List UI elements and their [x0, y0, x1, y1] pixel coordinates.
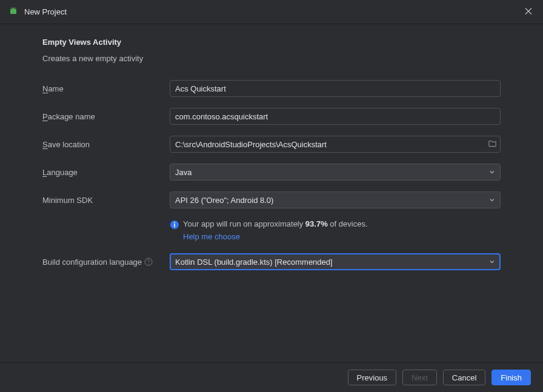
dialog-footer: Previous Next Cancel Finish	[0, 362, 543, 392]
row-build-config: Build configuration language Kotlin DSL …	[42, 253, 501, 270]
row-name: Name	[42, 80, 501, 97]
label-min-sdk: Minimum SDK	[42, 196, 170, 205]
svg-point-1	[12, 8, 13, 10]
row-language: Language Java	[42, 164, 501, 181]
row-min-sdk: Minimum SDK API 26 ("Oreo"; Android 8.0)	[42, 191, 501, 208]
min-sdk-select[interactable]: API 26 ("Oreo"; Android 8.0)	[170, 191, 501, 208]
min-sdk-select-value: API 26 ("Oreo"; Android 8.0)	[175, 196, 273, 205]
svg-point-2	[14, 8, 15, 10]
row-save-location: Save location	[42, 136, 501, 153]
svg-point-7	[174, 222, 175, 224]
titlebar: New Project	[0, 0, 543, 24]
window-title: New Project	[24, 7, 67, 16]
help-me-choose-link[interactable]: Help me choose	[183, 232, 240, 241]
help-icon[interactable]	[144, 257, 153, 266]
svg-line-3	[12, 7, 12, 8]
chevron-down-icon	[489, 196, 495, 205]
previous-button[interactable]: Previous	[348, 370, 397, 385]
info-icon	[170, 220, 179, 230]
browse-folder-icon[interactable]	[488, 139, 497, 150]
label-build-config: Build configuration language	[42, 257, 170, 267]
svg-point-9	[148, 263, 148, 264]
package-input[interactable]	[170, 108, 501, 125]
cancel-button[interactable]: Cancel	[443, 370, 485, 385]
label-package: Package name	[42, 112, 170, 121]
label-language: Language	[42, 168, 170, 177]
finish-button[interactable]: Finish	[491, 370, 531, 385]
sdk-info-text: Your app will run on approximately 93.7%…	[183, 219, 368, 228]
save-location-input[interactable]	[170, 136, 501, 153]
build-config-select[interactable]: Kotlin DSL (build.gradle.kts) [Recommend…	[170, 253, 501, 270]
chevron-down-icon	[489, 257, 495, 267]
chevron-down-icon	[489, 168, 495, 177]
page-heading: Empty Views Activity	[42, 38, 501, 47]
svg-line-4	[15, 7, 15, 8]
row-package: Package name	[42, 108, 501, 125]
sdk-info: Your app will run on approximately 93.7%…	[170, 219, 501, 230]
svg-rect-0	[10, 10, 16, 14]
label-save-location: Save location	[42, 140, 170, 149]
page-subheading: Creates a new empty activity	[42, 54, 501, 63]
svg-rect-6	[174, 224, 175, 228]
language-select[interactable]: Java	[170, 164, 501, 181]
language-select-value: Java	[175, 168, 192, 177]
next-button: Next	[402, 370, 437, 385]
name-input[interactable]	[170, 80, 501, 97]
close-icon[interactable]	[522, 5, 535, 19]
build-config-select-value: Kotlin DSL (build.gradle.kts) [Recommend…	[175, 257, 333, 267]
app-icon	[8, 6, 18, 18]
dialog-content: Empty Views Activity Creates a new empty…	[0, 24, 543, 270]
label-name: Name	[42, 84, 170, 93]
